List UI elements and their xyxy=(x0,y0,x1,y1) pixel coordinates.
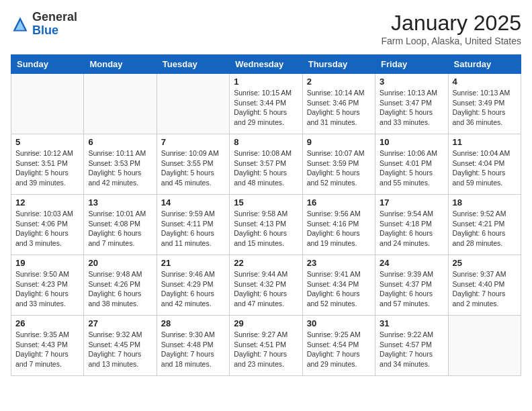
day-info: Sunrise: 10:06 AM Sunset: 4:01 PM Daylig… xyxy=(380,148,443,188)
calendar-cell: 19Sunrise: 9:50 AM Sunset: 4:23 PM Dayli… xyxy=(11,255,84,316)
calendar-cell: 2Sunrise: 10:14 AM Sunset: 3:46 PM Dayli… xyxy=(302,74,375,134)
weekday-header-friday: Friday xyxy=(375,55,448,74)
calendar-cell: 1Sunrise: 10:15 AM Sunset: 3:44 PM Dayli… xyxy=(230,74,302,134)
weekday-header-monday: Monday xyxy=(84,55,157,74)
calendar-cell: 11Sunrise: 10:04 AM Sunset: 4:04 PM Dayl… xyxy=(448,134,521,195)
calendar-title: January 2025 xyxy=(381,11,521,36)
day-number: 24 xyxy=(380,258,443,268)
day-number: 12 xyxy=(15,197,79,208)
week-row-4: 19Sunrise: 9:50 AM Sunset: 4:23 PM Dayli… xyxy=(11,255,521,316)
day-info: Sunrise: 9:41 AM Sunset: 4:34 PM Dayligh… xyxy=(307,269,371,309)
logo: General Blue xyxy=(11,11,77,38)
day-info: Sunrise: 10:11 AM Sunset: 3:53 PM Daylig… xyxy=(88,148,152,188)
day-info: Sunrise: 10:15 AM Sunset: 3:44 PM Daylig… xyxy=(234,88,298,128)
day-info: Sunrise: 9:39 AM Sunset: 4:37 PM Dayligh… xyxy=(380,269,443,309)
day-number: 11 xyxy=(453,137,517,147)
calendar-cell: 31Sunrise: 9:22 AM Sunset: 4:57 PM Dayli… xyxy=(375,316,448,376)
calendar-cell: 16Sunrise: 9:56 AM Sunset: 4:16 PM Dayli… xyxy=(302,195,375,255)
day-info: Sunrise: 9:59 AM Sunset: 4:11 PM Dayligh… xyxy=(161,209,225,248)
day-info: Sunrise: 10:04 AM Sunset: 4:04 PM Daylig… xyxy=(453,148,517,188)
day-info: Sunrise: 9:58 AM Sunset: 4:13 PM Dayligh… xyxy=(234,209,298,248)
calendar-cell xyxy=(84,74,157,134)
calendar-cell: 15Sunrise: 9:58 AM Sunset: 4:13 PM Dayli… xyxy=(230,195,302,255)
calendar-cell: 5Sunrise: 10:12 AM Sunset: 3:51 PM Dayli… xyxy=(11,134,84,195)
day-info: Sunrise: 10:07 AM Sunset: 3:59 PM Daylig… xyxy=(307,148,371,188)
weekday-header-tuesday: Tuesday xyxy=(157,55,229,74)
day-number: 14 xyxy=(161,197,225,208)
day-number: 23 xyxy=(307,258,371,268)
week-row-5: 26Sunrise: 9:35 AM Sunset: 4:43 PM Dayli… xyxy=(11,316,521,376)
calendar-subtitle: Farm Loop, Alaska, United States xyxy=(381,36,521,46)
calendar-cell: 24Sunrise: 9:39 AM Sunset: 4:37 PM Dayli… xyxy=(375,255,448,316)
day-number: 21 xyxy=(161,258,225,268)
title-block: January 2025 Farm Loop, Alaska, United S… xyxy=(381,11,521,46)
calendar-cell xyxy=(157,74,229,134)
calendar-cell: 9Sunrise: 10:07 AM Sunset: 3:59 PM Dayli… xyxy=(302,134,375,195)
logo-blue-text: Blue xyxy=(32,24,58,37)
calendar-cell: 22Sunrise: 9:44 AM Sunset: 4:32 PM Dayli… xyxy=(230,255,302,316)
calendar-cell: 13Sunrise: 10:01 AM Sunset: 4:08 PM Dayl… xyxy=(84,195,157,255)
weekday-header-wednesday: Wednesday xyxy=(230,55,302,74)
day-info: Sunrise: 9:54 AM Sunset: 4:18 PM Dayligh… xyxy=(380,209,443,248)
calendar-cell: 20Sunrise: 9:48 AM Sunset: 4:26 PM Dayli… xyxy=(84,255,157,316)
calendar-cell: 30Sunrise: 9:25 AM Sunset: 4:54 PM Dayli… xyxy=(302,316,375,376)
day-info: Sunrise: 9:48 AM Sunset: 4:26 PM Dayligh… xyxy=(88,269,152,309)
calendar-cell xyxy=(11,74,84,134)
calendar-cell: 18Sunrise: 9:52 AM Sunset: 4:21 PM Dayli… xyxy=(448,195,521,255)
day-number: 10 xyxy=(380,137,443,147)
logo-icon xyxy=(11,15,30,34)
day-info: Sunrise: 10:03 AM Sunset: 4:06 PM Daylig… xyxy=(15,209,79,248)
day-number: 7 xyxy=(161,137,225,147)
calendar-cell: 26Sunrise: 9:35 AM Sunset: 4:43 PM Dayli… xyxy=(11,316,84,376)
day-number: 28 xyxy=(161,318,225,328)
week-row-3: 12Sunrise: 10:03 AM Sunset: 4:06 PM Dayl… xyxy=(11,195,521,255)
day-info: Sunrise: 9:37 AM Sunset: 4:40 PM Dayligh… xyxy=(453,269,517,309)
calendar-cell: 14Sunrise: 9:59 AM Sunset: 4:11 PM Dayli… xyxy=(157,195,229,255)
calendar-cell: 6Sunrise: 10:11 AM Sunset: 3:53 PM Dayli… xyxy=(84,134,157,195)
calendar-cell: 23Sunrise: 9:41 AM Sunset: 4:34 PM Dayli… xyxy=(302,255,375,316)
day-info: Sunrise: 9:25 AM Sunset: 4:54 PM Dayligh… xyxy=(307,330,371,369)
calendar-cell: 4Sunrise: 10:13 AM Sunset: 3:49 PM Dayli… xyxy=(448,74,521,134)
day-number: 26 xyxy=(15,318,79,328)
day-number: 5 xyxy=(15,137,79,147)
calendar-cell: 8Sunrise: 10:08 AM Sunset: 3:57 PM Dayli… xyxy=(230,134,302,195)
day-number: 4 xyxy=(453,77,517,87)
day-number: 17 xyxy=(380,197,443,208)
day-number: 2 xyxy=(307,77,371,87)
day-number: 6 xyxy=(88,137,152,147)
day-number: 13 xyxy=(88,197,152,208)
day-number: 16 xyxy=(307,197,371,208)
week-row-1: 1Sunrise: 10:15 AM Sunset: 3:44 PM Dayli… xyxy=(11,74,521,134)
day-info: Sunrise: 9:50 AM Sunset: 4:23 PM Dayligh… xyxy=(15,269,79,309)
day-number: 9 xyxy=(307,137,371,147)
calendar-cell: 17Sunrise: 9:54 AM Sunset: 4:18 PM Dayli… xyxy=(375,195,448,255)
week-row-2: 5Sunrise: 10:12 AM Sunset: 3:51 PM Dayli… xyxy=(11,134,521,195)
calendar-cell: 25Sunrise: 9:37 AM Sunset: 4:40 PM Dayli… xyxy=(448,255,521,316)
calendar-cell: 21Sunrise: 9:46 AM Sunset: 4:29 PM Dayli… xyxy=(157,255,229,316)
weekday-header-saturday: Saturday xyxy=(448,55,521,74)
page-header: General Blue January 2025 Farm Loop, Ala… xyxy=(11,11,521,46)
day-number: 1 xyxy=(234,77,298,87)
day-number: 3 xyxy=(380,77,443,87)
calendar-cell: 10Sunrise: 10:06 AM Sunset: 4:01 PM Dayl… xyxy=(375,134,448,195)
weekday-header-thursday: Thursday xyxy=(302,55,375,74)
day-number: 15 xyxy=(234,197,298,208)
calendar-cell: 27Sunrise: 9:32 AM Sunset: 4:45 PM Dayli… xyxy=(84,316,157,376)
day-info: Sunrise: 10:14 AM Sunset: 3:46 PM Daylig… xyxy=(307,88,371,128)
day-info: Sunrise: 9:56 AM Sunset: 4:16 PM Dayligh… xyxy=(307,209,371,248)
day-info: Sunrise: 10:12 AM Sunset: 3:51 PM Daylig… xyxy=(15,148,79,188)
day-info: Sunrise: 9:27 AM Sunset: 4:51 PM Dayligh… xyxy=(234,330,298,369)
day-info: Sunrise: 9:22 AM Sunset: 4:57 PM Dayligh… xyxy=(380,330,443,369)
day-info: Sunrise: 9:30 AM Sunset: 4:48 PM Dayligh… xyxy=(161,330,225,369)
calendar-cell: 29Sunrise: 9:27 AM Sunset: 4:51 PM Dayli… xyxy=(230,316,302,376)
weekday-header-sunday: Sunday xyxy=(11,55,84,74)
day-number: 19 xyxy=(15,258,79,268)
day-info: Sunrise: 9:32 AM Sunset: 4:45 PM Dayligh… xyxy=(88,330,152,369)
day-info: Sunrise: 9:46 AM Sunset: 4:29 PM Dayligh… xyxy=(161,269,225,309)
day-info: Sunrise: 10:13 AM Sunset: 3:49 PM Daylig… xyxy=(453,88,517,128)
day-info: Sunrise: 10:01 AM Sunset: 4:08 PM Daylig… xyxy=(88,209,152,248)
day-number: 18 xyxy=(453,197,517,208)
day-number: 22 xyxy=(234,258,298,268)
calendar-cell: 28Sunrise: 9:30 AM Sunset: 4:48 PM Dayli… xyxy=(157,316,229,376)
day-info: Sunrise: 9:44 AM Sunset: 4:32 PM Dayligh… xyxy=(234,269,298,309)
